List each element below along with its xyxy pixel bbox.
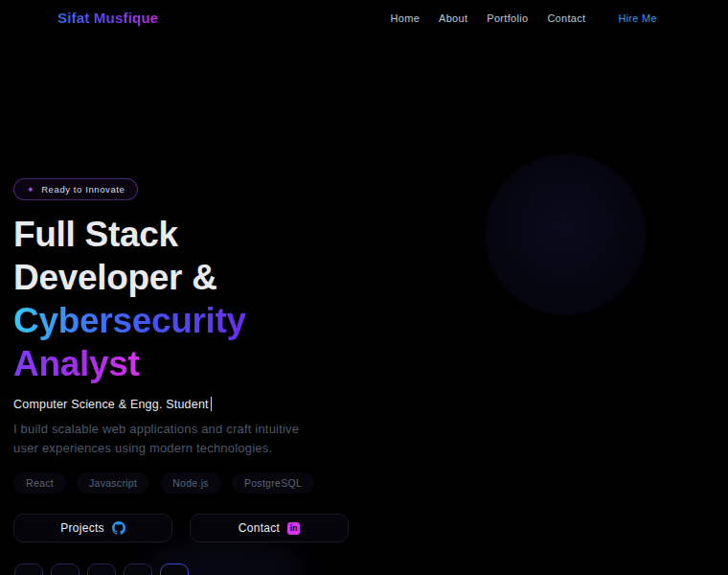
tech-tags-row: React Javascript Node.js PostgreSQL — [13, 472, 314, 494]
tech-tag-postgresql: PostgreSQL — [232, 472, 314, 494]
nav-link-contact[interactable]: Contact — [547, 12, 585, 24]
hero-title-line2: Developer & — [13, 258, 217, 297]
cta-buttons-row: Projects Contact in — [13, 514, 349, 542]
hero-title-line4: Analyst — [13, 342, 140, 385]
typed-text: Computer Science & Engg. Student — [13, 398, 209, 411]
contact-button-label: Contact — [239, 521, 280, 535]
social-button-2[interactable] — [51, 564, 80, 575]
hero-title: Full Stack Developer & Cybersecurity Ana… — [13, 213, 246, 385]
social-buttons-row — [14, 564, 189, 575]
badge-label: Ready to Innovate — [41, 184, 125, 195]
nav-link-home[interactable]: Home — [391, 12, 421, 24]
github-icon — [112, 521, 125, 535]
hero-title-line1: Full Stack — [13, 215, 178, 254]
linkedin-icon: in — [287, 522, 300, 535]
nav-links: Home About Portfolio Contact Hire Me — [391, 12, 657, 24]
projects-button-label: Projects — [60, 521, 104, 535]
tech-tag-javascript: Javascript — [77, 472, 149, 494]
typing-cursor — [211, 397, 213, 411]
social-button-3[interactable] — [87, 564, 116, 575]
navbar: Sifat Musfique Home About Portfolio Cont… — [0, 0, 728, 38]
tech-tag-react: React — [13, 472, 66, 494]
hire-me-link[interactable]: Hire Me — [618, 12, 657, 24]
nav-link-portfolio[interactable]: Portfolio — [487, 12, 528, 24]
brand-logo[interactable]: Sifat Musfique — [57, 10, 158, 26]
hero-description: I build scalable web applications and cr… — [13, 420, 312, 457]
contact-button[interactable]: Contact in — [190, 514, 349, 542]
sparkle-icon: ✦ — [27, 185, 34, 195]
social-button-4[interactable] — [124, 564, 152, 575]
social-button-1[interactable] — [14, 564, 43, 575]
portfolio-landing-page: Sifat Musfique Home About Portfolio Cont… — [0, 0, 728, 575]
hero-title-line3: Cybersecurity — [13, 299, 246, 342]
hero-subtitle: Computer Science & Engg. Student — [13, 397, 212, 411]
tech-tag-nodejs: Node.js — [160, 472, 221, 494]
decorative-glow-circle — [485, 154, 646, 315]
social-button-5[interactable] — [160, 564, 189, 575]
ready-to-innovate-badge: ✦ Ready to Innovate — [13, 178, 138, 200]
projects-button[interactable]: Projects — [13, 514, 172, 542]
nav-link-about[interactable]: About — [439, 12, 467, 24]
